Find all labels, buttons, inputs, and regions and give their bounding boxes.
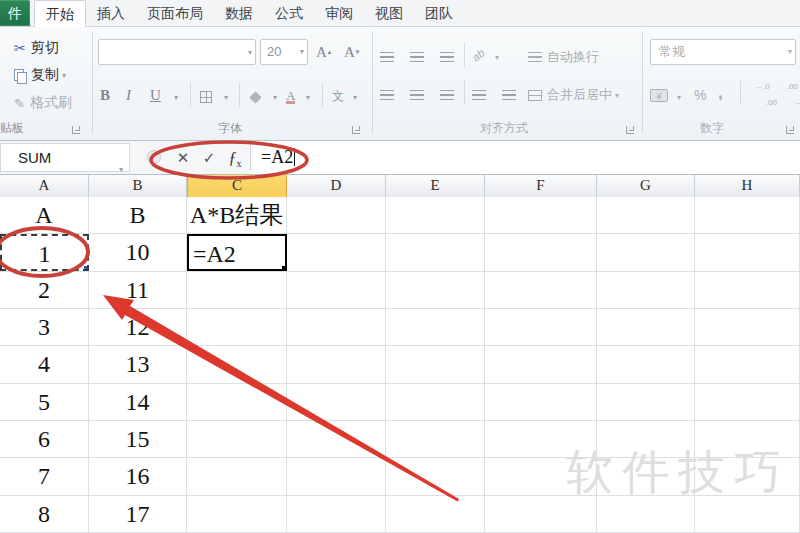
cell-A4[interactable]: 3 <box>0 309 89 345</box>
tab-插入[interactable]: 插入 <box>86 0 136 27</box>
cell-D4[interactable] <box>287 309 386 345</box>
number-format-combobox[interactable]: 常规 ▾ <box>650 39 796 65</box>
cell-G2[interactable] <box>597 234 695 270</box>
cell-C3[interactable] <box>187 272 287 308</box>
cell-H4[interactable] <box>695 309 800 345</box>
cell-F6[interactable] <box>485 384 597 420</box>
column-header-E[interactable]: E <box>386 175 485 197</box>
cell-G6[interactable] <box>597 384 695 420</box>
enter-button[interactable]: ✓ <box>198 147 220 169</box>
number-dialog-launcher[interactable] <box>786 126 794 134</box>
percent-style-button[interactable]: % <box>694 85 706 105</box>
font-name-combobox[interactable]: ▾ <box>98 39 256 65</box>
cell-E3[interactable] <box>386 272 485 308</box>
cell-E5[interactable] <box>386 346 485 382</box>
increase-decimal-button[interactable]: ←.0 .00 <box>748 85 777 105</box>
cell-C5[interactable] <box>187 346 287 382</box>
cell-B9[interactable]: 17 <box>89 496 187 532</box>
cell-F1[interactable] <box>485 197 597 233</box>
cell-F5[interactable] <box>485 346 597 382</box>
cell-A1[interactable]: A <box>0 197 89 233</box>
cell-C7[interactable] <box>187 421 287 457</box>
currency-format-button[interactable]: ¥ <box>650 85 668 105</box>
font-size-combobox[interactable]: 20 ▾ <box>260 39 308 65</box>
cell-H2[interactable] <box>695 234 800 270</box>
fill-handle[interactable] <box>281 265 286 270</box>
cell-H5[interactable] <box>695 346 800 382</box>
merge-center-button[interactable]: 合并后居中 ▾ <box>528 85 619 105</box>
cell-E8[interactable] <box>386 458 485 494</box>
cell-B2[interactable]: 10 <box>89 234 187 270</box>
decrease-decimal-button[interactable]: .00 →.0 <box>776 85 800 105</box>
decrease-indent-button[interactable] <box>472 85 486 105</box>
align-center-button[interactable] <box>410 85 424 105</box>
shrink-font-button[interactable]: A▾ <box>344 42 359 62</box>
cell-G5[interactable] <box>597 346 695 382</box>
cell-A3[interactable]: 2 <box>0 272 89 308</box>
cell-D5[interactable] <box>287 346 386 382</box>
comma-style-button[interactable]: , <box>718 83 723 103</box>
cell-B6[interactable]: 14 <box>89 384 187 420</box>
column-header-A[interactable]: A <box>0 175 89 197</box>
underline-button[interactable]: U <box>150 85 161 105</box>
align-middle-button[interactable] <box>410 47 424 67</box>
cell-A2[interactable]: 1 <box>0 234 89 270</box>
column-header-B[interactable]: B <box>89 175 187 197</box>
cell-F2[interactable] <box>485 234 597 270</box>
cell-D7[interactable] <box>287 421 386 457</box>
cell-E4[interactable] <box>386 309 485 345</box>
cell-A8[interactable]: 7 <box>0 458 89 494</box>
cell-G4[interactable] <box>597 309 695 345</box>
cell-A5[interactable]: 4 <box>0 346 89 382</box>
cell-D1[interactable] <box>287 197 386 233</box>
increase-indent-button[interactable] <box>502 85 516 105</box>
font-color-button[interactable]: A <box>286 87 295 107</box>
cell-H1[interactable] <box>695 197 800 233</box>
tab-视图[interactable]: 视图 <box>364 0 414 27</box>
cell-B4[interactable]: 12 <box>89 309 187 345</box>
cell-B3[interactable]: 11 <box>89 272 187 308</box>
align-right-button[interactable] <box>440 85 454 105</box>
cell-D6[interactable] <box>287 384 386 420</box>
cell-E2[interactable] <box>386 234 485 270</box>
cell-D3[interactable] <box>287 272 386 308</box>
tab-团队[interactable]: 团队 <box>414 0 464 27</box>
cell-E7[interactable] <box>386 421 485 457</box>
cell-C4[interactable] <box>187 309 287 345</box>
clipboard-dialog-launcher[interactable] <box>72 126 80 134</box>
font-dialog-launcher[interactable] <box>352 126 360 134</box>
cell-D8[interactable] <box>287 458 386 494</box>
formula-input[interactable]: =A2 <box>253 141 800 174</box>
wrap-text-button[interactable]: 自动换行 <box>528 47 599 67</box>
cell-B5[interactable]: 13 <box>89 346 187 382</box>
cell-E1[interactable] <box>386 197 485 233</box>
cell-B8[interactable]: 16 <box>89 458 187 494</box>
cell-E9[interactable] <box>386 496 485 532</box>
cell-D2[interactable] <box>287 234 386 270</box>
file-tab[interactable]: 件 <box>0 0 30 26</box>
cell-A9[interactable]: 8 <box>0 496 89 532</box>
tab-页面布局[interactable]: 页面布局 <box>136 0 214 27</box>
insert-function-button[interactable]: ƒx <box>224 147 246 169</box>
cell-B1[interactable]: B <box>89 197 187 233</box>
cell-D9[interactable] <box>287 496 386 532</box>
column-header-C[interactable]: C <box>187 175 287 197</box>
cell-G1[interactable] <box>597 197 695 233</box>
fill-color-button[interactable] <box>250 87 261 107</box>
cell-C2[interactable]: =A2 <box>187 234 287 270</box>
align-bottom-button[interactable] <box>440 47 454 67</box>
column-header-D[interactable]: D <box>287 175 386 197</box>
tab-开始[interactable]: 开始 <box>34 0 86 27</box>
cut-button[interactable]: ✂ 剪切 <box>14 37 59 59</box>
tab-公式[interactable]: 公式 <box>264 0 314 27</box>
cell-G3[interactable] <box>597 272 695 308</box>
cell-C9[interactable] <box>187 496 287 532</box>
cell-H6[interactable] <box>695 384 800 420</box>
cancel-button[interactable]: ✕ <box>172 147 194 169</box>
tab-数据[interactable]: 数据 <box>214 0 264 27</box>
column-header-F[interactable]: F <box>485 175 597 197</box>
cell-C1[interactable]: A*B结果 <box>187 197 287 233</box>
cell-C8[interactable] <box>187 458 287 494</box>
cell-H3[interactable] <box>695 272 800 308</box>
align-top-button[interactable] <box>380 47 394 67</box>
